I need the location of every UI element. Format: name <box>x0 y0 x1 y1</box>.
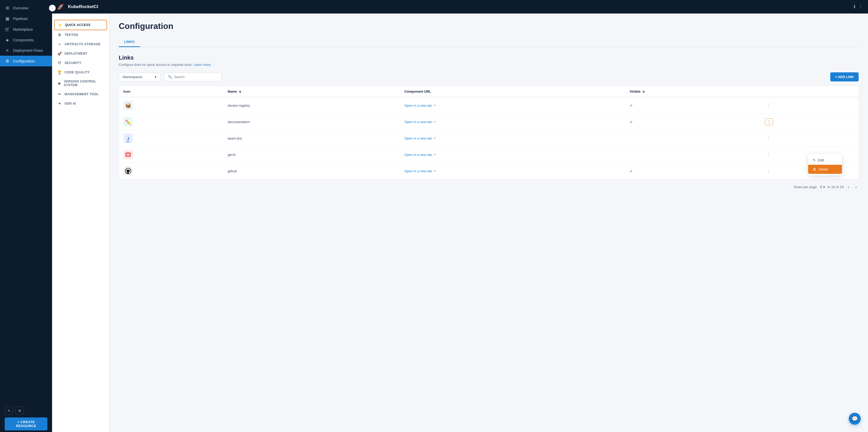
info-icon[interactable]: ℹ <box>854 4 855 9</box>
svg-rect-9 <box>126 154 130 154</box>
row-menu-button-documentation[interactable]: ⋮ <box>765 119 773 126</box>
sort-visible-icon: ⇅ <box>643 90 645 93</box>
deployment-icon: 🚀 <box>57 52 62 56</box>
overview-icon: ⊞ <box>5 5 10 10</box>
svg-text:📦: 📦 <box>125 103 131 108</box>
config-menu-item-management-tool[interactable]: ✂ Management Tool <box>52 90 109 99</box>
gen-ai-icon: ✦ <box>57 101 62 106</box>
pagination-prev-button[interactable]: ‹ <box>846 184 851 190</box>
more-options-icon[interactable]: ⋮ <box>858 4 863 9</box>
config-menu-item-code-quality[interactable]: 🏆 Code Quality <box>52 68 109 77</box>
external-link-icon: ↗ <box>433 153 436 157</box>
vcs-icon: ◈ <box>57 81 61 86</box>
namespace-select[interactable]: Namespaces ▾ <box>119 73 160 81</box>
tekton-icon: ⚙ <box>57 33 62 37</box>
row-menu-button-gerrit[interactable]: ⋮ <box>765 152 773 158</box>
config-menu-item-gen-ai[interactable]: ✦ Gen AI <box>52 99 109 108</box>
config-menu-item-deployment[interactable]: 🚀 Deployment <box>52 49 109 58</box>
quick-access-icon: ⚡ <box>58 23 62 27</box>
row-visible-docker-registry: ✓ <box>629 103 633 108</box>
sidebar-item-pipelines[interactable]: ▦ Pipelines <box>0 13 52 24</box>
sidebar-item-components[interactable]: ◈ Components <box>0 35 52 45</box>
row-icon-gerrit <box>123 150 133 159</box>
sidebar-item-deployment-flows[interactable]: ≡ Deployment Flows <box>0 45 52 56</box>
artifacts-icon: ≡ <box>57 42 62 46</box>
topbar-icons: ℹ ⋮ <box>854 4 863 9</box>
row-url-gerrit[interactable]: Open in a new tab ↗ <box>404 153 620 157</box>
row-menu-button-docker-registry[interactable]: ⋮ <box>765 102 773 109</box>
config-menu: ⚡ Quick Access ⚙ Tekton ≡ Artifacts Stor… <box>52 13 110 432</box>
search-input[interactable] <box>174 75 218 79</box>
management-icon: ✂ <box>57 92 62 96</box>
row-name-docker-registry: docker-registry <box>223 97 400 114</box>
sidebar-item-configuration[interactable]: ⚙ Configuration <box>0 56 52 66</box>
learn-more-link[interactable]: Learn more. <box>193 63 212 67</box>
app-logo: 🚀 <box>57 4 64 10</box>
table-row: ✏️ documentation Open in a new tab ↗ ✓ ⋮ <box>119 114 859 130</box>
sidebar-nav: ⊞ Overview ▦ Pipelines 🛒 Marketplace ◈ C… <box>0 0 52 404</box>
pagination-bar: Rows per page: 5 ▾ 6–10 of 19 ‹ › <box>119 184 859 190</box>
pagination-next-button[interactable]: › <box>854 184 859 190</box>
row-name-gerrit: gerrit <box>223 146 400 163</box>
config-menu-item-vcs[interactable]: ◈ Version Control System <box>52 77 109 90</box>
rows-per-page-select[interactable]: 5 ▾ <box>820 185 825 189</box>
config-menu-item-artifacts-storage[interactable]: ≡ Artifacts Storage <box>52 39 109 49</box>
row-url-docker-registry[interactable]: Open in a new tab ↗ <box>404 104 620 107</box>
create-resource-button[interactable]: + CREATE RESOURCE <box>5 418 48 430</box>
context-menu-delete[interactable]: 🗑 Delete <box>808 165 842 174</box>
row-url-epam-jira[interactable]: Open in a new tab ↗ <box>404 136 620 140</box>
svg-text:JIRA: JIRA <box>126 141 130 143</box>
sort-name-icon: ⇅ <box>239 90 241 93</box>
row-menu-button-epam-jira[interactable]: ⋮ <box>765 135 773 141</box>
row-name-epam-jira: epam-jira <box>223 130 400 146</box>
content-area: ⚡ Quick Access ⚙ Tekton ≡ Artifacts Stor… <box>52 13 868 432</box>
chevron-down-icon: ▾ <box>155 75 156 79</box>
marketplace-icon: 🛒 <box>5 27 10 32</box>
sidebar-item-marketplace[interactable]: 🛒 Marketplace <box>0 24 52 35</box>
col-name[interactable]: Name ⇅ <box>223 86 400 97</box>
filter-bar: Namespaces ▾ 🔍 + ADD LINK <box>119 72 859 81</box>
row-name-documentation: documentation <box>223 114 400 130</box>
config-menu-item-tekton[interactable]: ⚙ Tekton <box>52 30 109 39</box>
context-menu: ✎ Edit 🗑 Delete <box>808 154 842 175</box>
table-row: 📦 docker-registry Open in a new tab ↗ ✓ … <box>119 97 859 114</box>
page-title: Configuration <box>119 21 859 31</box>
edit-tool-icon[interactable]: ✎ <box>5 406 13 415</box>
svg-rect-8 <box>125 153 131 157</box>
settings-tool-icon[interactable]: ⚙ <box>16 406 24 415</box>
config-menu-item-security[interactable]: 🛡 Security <box>52 58 109 68</box>
add-link-button[interactable]: + ADD LINK <box>830 72 859 81</box>
chat-button[interactable]: 💬 <box>849 413 861 425</box>
table-row: github Open in a new tab ↗ ✓ ⋮ <box>119 163 859 179</box>
tabs-bar: LINKS <box>119 37 859 47</box>
main-wrapper: 🚀 KubeRocketCI ℹ ⋮ ⚡ Quick Access ⚙ Tekt… <box>52 0 868 432</box>
sidebar-item-overview[interactable]: ⊞ Overview <box>0 3 52 13</box>
components-icon: ◈ <box>5 37 10 42</box>
col-visible[interactable]: Visible ⇅ <box>625 86 760 97</box>
svg-rect-10 <box>126 155 130 156</box>
links-heading: Links <box>119 55 859 61</box>
col-actions <box>760 86 859 97</box>
context-menu-edit[interactable]: ✎ Edit <box>808 156 842 165</box>
security-icon: 🛡 <box>57 61 62 65</box>
rows-per-page-label: Rows per page: <box>794 185 817 189</box>
external-link-icon: ↗ <box>433 169 436 173</box>
chevron-down-icon: ▾ <box>823 185 825 189</box>
search-box: 🔍 <box>164 73 222 81</box>
row-url-github[interactable]: Open in a new tab ↗ <box>404 169 620 173</box>
delete-icon: 🗑 <box>813 167 816 171</box>
deployment-flows-icon: ≡ <box>5 48 10 53</box>
row-menu-button-github[interactable]: ⋮ <box>765 168 773 174</box>
row-visible-github: ✓ <box>629 169 633 173</box>
topbar: 🚀 KubeRocketCI ℹ ⋮ <box>52 0 868 13</box>
col-component-url: Component URL <box>400 86 625 97</box>
row-url-documentation[interactable]: Open in a new tab ↗ <box>404 120 620 124</box>
tab-links[interactable]: LINKS <box>119 37 140 47</box>
sidebar: ‹ ⊞ Overview ▦ Pipelines 🛒 Marketplace ◈… <box>0 0 52 432</box>
pagination-range: 6–10 of 19 <box>828 185 843 189</box>
links-table: Icon Name ⇅ Component URL Visible ⇅ <box>119 86 859 179</box>
sidebar-collapse-button[interactable]: ‹ <box>49 5 56 11</box>
code-quality-icon: 🏆 <box>57 70 62 74</box>
table-row: J JIRA epam-jira Open in a new tab ↗ ⋮ <box>119 130 859 146</box>
config-menu-item-quick-access[interactable]: ⚡ Quick Access <box>54 20 107 30</box>
